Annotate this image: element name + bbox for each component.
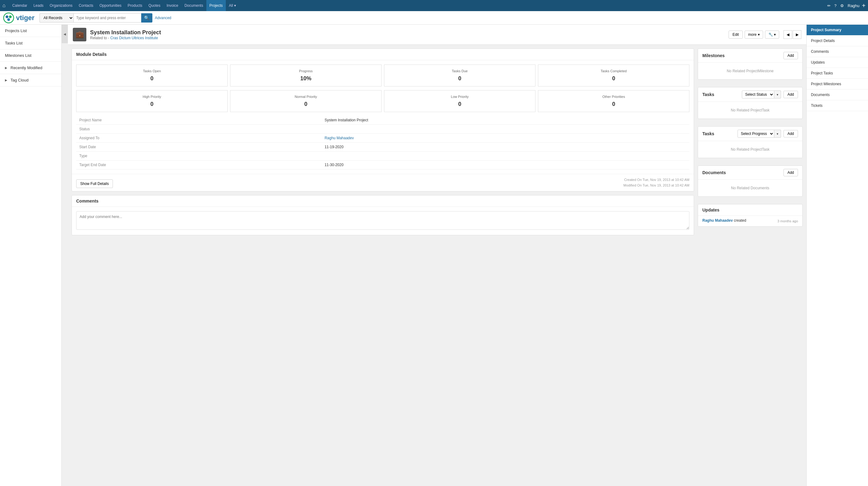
sidebar-projects-list-label: Projects List bbox=[5, 28, 27, 33]
right-panel-item-project-tasks[interactable]: Project Tasks bbox=[807, 68, 868, 79]
right-panel-item-updates[interactable]: Updates bbox=[807, 57, 868, 68]
field-label-assigned-to: Assigned To bbox=[76, 134, 321, 143]
stat-low-priority-value: 0 bbox=[389, 101, 531, 108]
tag-cloud-arrow-icon: ▶ bbox=[5, 79, 7, 82]
tasks-status-panel: Tasks Select Status ▾ Add No Related Pro… bbox=[698, 87, 803, 119]
nav-contacts[interactable]: Contacts bbox=[75, 0, 96, 11]
sidebar-item-tasks-list[interactable]: Tasks List bbox=[0, 37, 61, 49]
stat-tasks-open: Tasks Open 0 bbox=[76, 64, 228, 86]
milestones-title: Milestones bbox=[702, 53, 724, 58]
right-panel-item-comments[interactable]: Comments bbox=[807, 46, 868, 57]
nav-opportunities[interactable]: Opportunities bbox=[96, 0, 124, 11]
help-icon[interactable]: ? bbox=[834, 3, 837, 8]
stat-tasks-due: Tasks Due 0 bbox=[384, 64, 535, 86]
sidebar: Projects List Tasks List Milestones List… bbox=[0, 25, 62, 486]
home-icon[interactable]: ⌂ bbox=[2, 3, 5, 8]
sidebar-recently-modified-label: Recently Modified bbox=[10, 65, 42, 70]
search-button[interactable]: 🔍 bbox=[141, 13, 152, 23]
table-row: Start Date 11-19-2020 bbox=[76, 143, 689, 152]
sidebar-item-projects-list[interactable]: Projects List bbox=[0, 25, 61, 37]
sidebar-collapse-toggle[interactable]: ◀ bbox=[62, 25, 68, 43]
documents-panel: Documents Add No Related Documents bbox=[698, 166, 803, 197]
update-user: Raghu Mahaadev bbox=[702, 218, 733, 223]
sidebar-item-recently-modified[interactable]: ▶ Recently Modified bbox=[0, 62, 61, 74]
stat-progress-value: 10% bbox=[235, 75, 377, 82]
tasks-progress-title: Tasks bbox=[702, 131, 714, 136]
milestones-empty: No Related ProjectMilestone bbox=[698, 63, 802, 79]
assigned-to-link[interactable]: Raghu Mahaadev bbox=[324, 136, 354, 140]
previous-record-button[interactable]: ◀ bbox=[783, 30, 792, 39]
sidebar-tasks-list-label: Tasks List bbox=[5, 41, 23, 46]
nav-calendar[interactable]: Calendar bbox=[9, 0, 31, 11]
module-details-header: Module Details bbox=[72, 49, 694, 60]
documents-add-button[interactable]: Add bbox=[783, 169, 798, 176]
nav-projects[interactable]: Projects bbox=[206, 0, 226, 11]
nav-documents[interactable]: Documents bbox=[181, 0, 206, 11]
project-header-actions: Edit more ▾ 🔧 ▾ ◀ ▶ bbox=[728, 30, 801, 39]
show-full-details-button[interactable]: Show Full Details bbox=[76, 179, 113, 188]
username-label: Raghu bbox=[848, 3, 859, 8]
tasks-status-add-button[interactable]: Add bbox=[783, 91, 798, 98]
show-details-row: Show Full Details Created On Tue, Nov 19… bbox=[72, 174, 694, 191]
add-button[interactable]: + bbox=[862, 2, 866, 9]
stat-other-priorities: Other Priorities 0 bbox=[538, 90, 689, 112]
progress-select-arrow-icon[interactable]: ▾ bbox=[774, 130, 781, 138]
right-panel-item-tickets[interactable]: Tickets bbox=[807, 101, 868, 111]
right-panel-item-documents[interactable]: Documents bbox=[807, 89, 868, 101]
edit-icon[interactable]: ✏ bbox=[827, 3, 831, 8]
settings-icon[interactable]: ⚙ bbox=[840, 3, 844, 8]
sidebar-item-tag-cloud[interactable]: ▶ Tag Cloud bbox=[0, 74, 61, 86]
logo-text: vtiger bbox=[16, 14, 35, 22]
tasks-status-controls: Select Status ▾ Add bbox=[742, 90, 798, 98]
stat-tasks-open-label: Tasks Open bbox=[81, 69, 223, 73]
milestones-add-button[interactable]: Add bbox=[783, 52, 798, 59]
more-button[interactable]: more ▾ bbox=[745, 31, 763, 38]
progress-select[interactable]: Select Progress bbox=[738, 130, 774, 138]
edit-button[interactable]: Edit bbox=[728, 31, 743, 38]
field-label-start-date: Start Date bbox=[76, 143, 321, 152]
status-select[interactable]: Select Status bbox=[742, 90, 774, 98]
related-link[interactable]: Cras Dictum Ultrices Institute bbox=[110, 36, 158, 40]
tool-arrow-icon: ▾ bbox=[774, 32, 776, 37]
table-row: Project Name System Installation Project bbox=[76, 116, 689, 125]
tasks-progress-panel: Tasks Select Progress ▾ Add No Related P… bbox=[698, 126, 803, 158]
advanced-search-link[interactable]: Advanced bbox=[155, 16, 171, 20]
stat-high-priority-value: 0 bbox=[81, 101, 223, 108]
table-row: Type bbox=[76, 152, 689, 161]
nav-invoice[interactable]: Invoice bbox=[163, 0, 181, 11]
comment-input[interactable] bbox=[76, 211, 689, 230]
nav-quotes[interactable]: Quotes bbox=[145, 0, 163, 11]
next-record-button[interactable]: ▶ bbox=[793, 30, 801, 39]
nav-leads[interactable]: Leads bbox=[30, 0, 46, 11]
updates-panel-header: Updates bbox=[698, 204, 802, 216]
right-panel-item-project-milestones[interactable]: Project Milestones bbox=[807, 79, 868, 89]
nav-products[interactable]: Products bbox=[125, 0, 145, 11]
tasks-progress-add-button[interactable]: Add bbox=[783, 130, 798, 137]
stat-low-priority-label: Low Priority bbox=[389, 95, 531, 98]
status-select-arrow-icon[interactable]: ▾ bbox=[774, 90, 781, 98]
nav-right-section: ✏ ? ⚙ Raghu bbox=[827, 3, 860, 8]
tasks-status-empty: No Related ProjectTask bbox=[698, 102, 802, 119]
stats-grid-row1: Tasks Open 0 Progress 10% Tasks Due 0 bbox=[76, 64, 689, 86]
related-prefix: Related to - bbox=[90, 36, 109, 40]
field-value-project-name: System Installation Project bbox=[321, 116, 689, 125]
logo: vtiger bbox=[3, 12, 35, 24]
update-action: created bbox=[734, 218, 746, 223]
search-filter-select[interactable]: All Records bbox=[39, 13, 73, 23]
stat-normal-priority-label: Normal Priority bbox=[235, 95, 377, 98]
nav-all[interactable]: All ▾ bbox=[226, 0, 239, 11]
nav-organizations[interactable]: Organizations bbox=[46, 0, 75, 11]
right-panel-item-project-details[interactable]: Project Details bbox=[807, 35, 868, 46]
tool-icon: 🔧 bbox=[768, 32, 773, 37]
sidebar-item-milestones-list[interactable]: Milestones List bbox=[0, 49, 61, 62]
field-label-target-end-date: Target End Date bbox=[76, 161, 321, 170]
update-item-row: Raghu Mahaadev created 3 months ago bbox=[698, 216, 802, 226]
search-input[interactable] bbox=[73, 13, 141, 23]
timestamps: Created On Tue, Nov 19, 2013 at 10:42 AM… bbox=[623, 177, 689, 188]
recently-modified-arrow-icon: ▶ bbox=[5, 66, 7, 69]
right-panel-item-project-summary[interactable]: Project Summary bbox=[807, 25, 868, 35]
stat-progress-label: Progress bbox=[235, 69, 377, 73]
tool-button[interactable]: 🔧 ▾ bbox=[765, 31, 779, 38]
stat-normal-priority-value: 0 bbox=[235, 101, 377, 108]
documents-title: Documents bbox=[702, 170, 726, 175]
